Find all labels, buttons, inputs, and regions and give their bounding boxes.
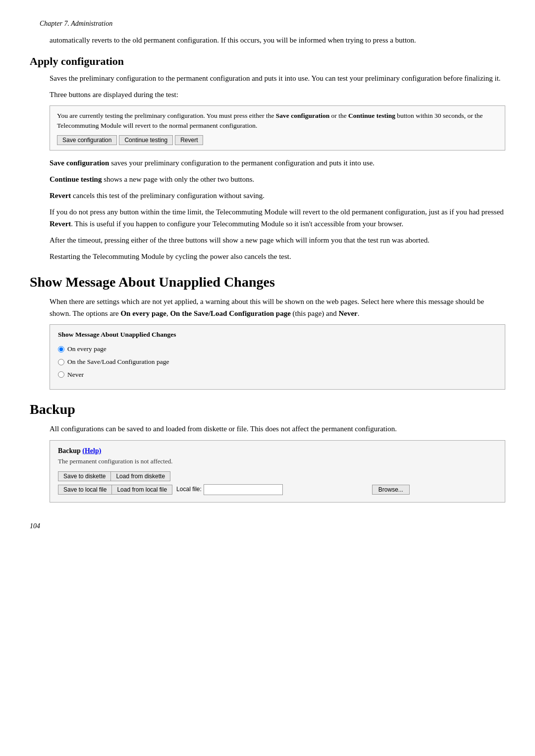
- radio-never[interactable]: [58, 371, 64, 378]
- radio-never-row[interactable]: Never: [58, 370, 497, 380]
- intro-paragraph: automatically reverts to the old permane…: [50, 35, 505, 46]
- load-from-local-file-button[interactable]: Load from local file: [112, 485, 172, 495]
- continue-testing-button[interactable]: Continue testing: [119, 135, 173, 145]
- backup-help-link[interactable]: (Help): [82, 447, 101, 454]
- term-continue-testing: Continue testing shows a new page with o…: [50, 174, 505, 185]
- para-restart: Restarting the Telecommuting Module by c…: [50, 251, 505, 262]
- revert-button[interactable]: Revert: [175, 135, 203, 145]
- notification-bold1: Save configuration: [276, 112, 329, 119]
- radio-every-page-row[interactable]: On every page: [58, 344, 497, 354]
- para-timeout: If you do not press any button within th…: [50, 206, 505, 230]
- browse-button[interactable]: Browse...: [372, 485, 410, 495]
- show-message-bold2: On the Save/Load Configuration page: [170, 309, 290, 317]
- backup-title: Backup: [30, 402, 505, 417]
- para-timeout-rest: . This is useful if you happen to config…: [71, 220, 403, 228]
- term-continue-testing-bold: Continue testing: [50, 175, 102, 183]
- term-revert-rest: cancels this test of the preliminary con…: [71, 192, 265, 200]
- show-message-text4: .: [358, 309, 360, 317]
- backup-para: All configurations can be saved to and l…: [50, 423, 505, 435]
- radio-every-page-label: On every page: [67, 344, 107, 354]
- diskette-button-row: Save to diskette Load from diskette: [58, 471, 497, 481]
- radio-save-load[interactable]: [58, 359, 64, 365]
- radio-save-load-row[interactable]: On the Save/Load Configuration page: [58, 357, 497, 367]
- term-revert: Revert cancels this test of the prelimin…: [50, 190, 505, 202]
- backup-box-title: Backup: [58, 447, 81, 454]
- show-message-para: When there are settings which are not ye…: [50, 296, 505, 319]
- show-message-text3: (this page) and: [291, 309, 339, 317]
- backup-subtitle: The permanent configuration is not affec…: [58, 456, 497, 466]
- notification-bold2: Continue testing: [348, 112, 395, 119]
- backup-box: Backup (Help) The permanent configuratio…: [50, 440, 505, 503]
- testing-notification-box: You are currently testing the preliminar…: [50, 105, 505, 151]
- save-configuration-button[interactable]: Save configuration: [57, 135, 117, 145]
- local-file-label: Local file:: [176, 485, 202, 494]
- radio-save-load-label: On the Save/Load Configuration page: [67, 357, 169, 367]
- para-timeout-text: If you do not press any button within th…: [50, 208, 504, 216]
- local-file-row: Save to local file Load from local file …: [58, 484, 497, 495]
- show-message-bold3: Never: [338, 309, 357, 317]
- radio-box-title: Show Message About Unapplied Changes: [58, 330, 497, 340]
- show-message-box: Show Message About Unapplied Changes On …: [50, 324, 505, 390]
- apply-config-title: Apply configuration: [30, 55, 505, 68]
- local-file-input[interactable]: [204, 484, 283, 495]
- page-number: 104: [30, 522, 505, 530]
- term-save-config: Save configuration saves your preliminar…: [50, 157, 505, 169]
- save-to-local-file-button[interactable]: Save to local file: [58, 485, 112, 495]
- term-revert-bold: Revert: [50, 192, 71, 200]
- radio-every-page[interactable]: [58, 346, 64, 353]
- backup-box-header: Backup (Help): [58, 446, 497, 456]
- notification-text2: or the: [329, 112, 348, 119]
- radio-never-label: Never: [67, 370, 84, 380]
- notification-button-row: Save configuration Continue testing Reve…: [57, 135, 498, 145]
- load-from-diskette-button[interactable]: Load from diskette: [111, 471, 170, 481]
- para-after-timeout: After the timeout, pressing either of th…: [50, 235, 505, 246]
- notification-text: You are currently testing the preliminar…: [57, 111, 498, 131]
- term-save-config-rest: saves your preliminary configuration to …: [109, 159, 374, 167]
- para-timeout-bold: Revert: [50, 220, 71, 228]
- show-message-bold1: On every page: [120, 309, 166, 317]
- apply-config-para1: Saves the preliminary configuration to t…: [50, 73, 505, 84]
- show-message-title: Show Message About Unapplied Changes: [30, 274, 505, 290]
- notification-text1: You are currently testing the preliminar…: [57, 112, 276, 119]
- apply-config-para2: Three buttons are displayed during the t…: [50, 89, 505, 101]
- term-continue-testing-rest: shows a new page with only the other two…: [102, 175, 254, 183]
- term-save-config-bold: Save configuration: [50, 159, 109, 167]
- save-to-diskette-button[interactable]: Save to diskette: [58, 471, 111, 481]
- chapter-heading: Chapter 7. Administration: [40, 20, 505, 28]
